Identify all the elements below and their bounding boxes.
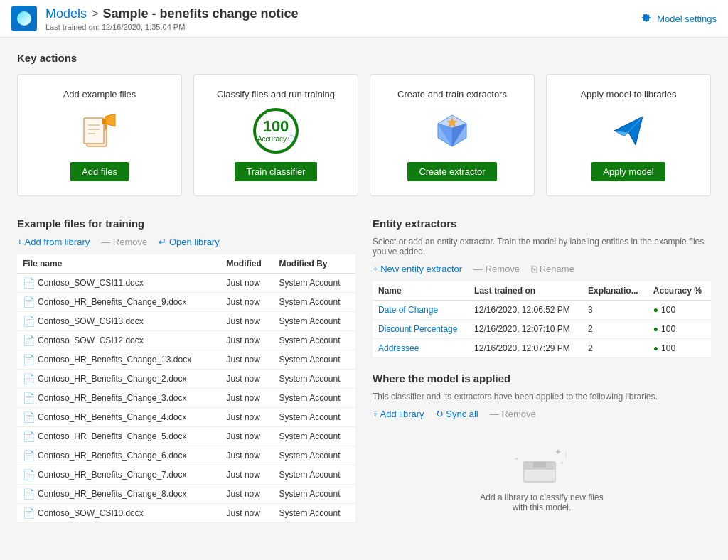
modified-by-cell: System Account xyxy=(273,427,355,446)
new-entity-extractor-button[interactable]: + New entity extractor xyxy=(373,264,462,274)
applied-remove-disabled: — Remove xyxy=(490,409,536,419)
modified-by-cell: System Account xyxy=(273,389,355,408)
entity-remove-disabled: — Remove xyxy=(473,264,520,274)
entity-name-cell[interactable]: Discount Percentage xyxy=(373,320,469,339)
train-classifier-button[interactable]: Train classifier xyxy=(235,162,316,181)
table-row[interactable]: 📄 Contoso_HR_Benefits_Change_4.docx Just… xyxy=(17,408,355,427)
create-extractor-button[interactable]: Create extractor xyxy=(407,162,496,181)
file-name-cell: 📄 Contoso_HR_Benefits_Change_8.docx xyxy=(17,485,221,504)
apply-model-button[interactable]: Apply model xyxy=(592,162,665,181)
modified-cell: Just now xyxy=(221,350,274,370)
table-row[interactable]: 📄 Contoso_HR_Benefits_Change_3.docx Just… xyxy=(17,389,355,408)
table-row[interactable]: 📄 Contoso_HR_Benefits_Change_6.docx Just… xyxy=(17,446,355,465)
key-actions-title: Key actions xyxy=(17,52,711,64)
modified-cell: Just now xyxy=(221,389,274,408)
docx-icon: 📄 xyxy=(23,392,35,404)
apply-model-card: Apply model to libraries Apply model xyxy=(546,74,711,196)
svg-rect-1 xyxy=(84,118,104,144)
file-name-cell: 📄 Contoso_HR_Benefits_Change_13.docx xyxy=(17,350,221,370)
entity-toolbar: + New entity extractor — Remove ⎘ Rename xyxy=(373,264,711,274)
file-name-header: File name xyxy=(17,254,221,274)
svg-rect-17 xyxy=(533,462,546,468)
svg-text:+: + xyxy=(560,460,564,466)
apply-model-card-title: Apply model to libraries xyxy=(580,89,676,99)
modified-cell: Just now xyxy=(221,446,274,465)
modified-by-header: Modified By xyxy=(273,254,355,274)
docx-icon: 📄 xyxy=(23,431,35,442)
modified-cell: Just now xyxy=(221,370,274,389)
modified-by-cell: System Account xyxy=(273,408,355,427)
applied-toolbar: + Add library ↻ Sync all — Remove xyxy=(373,409,711,419)
table-row[interactable]: 📄 Contoso_HR_Benefits_Change_2.docx Just… xyxy=(17,370,355,389)
file-name-cell: 📄 Contoso_SOW_CSI12.docx xyxy=(17,331,221,350)
main-content: Key actions Add example files xyxy=(0,38,728,541)
docx-icon: 📄 xyxy=(23,469,35,480)
empty-library-illustration: ✦ + ! + xyxy=(513,441,570,490)
entity-table-row[interactable]: Discount Percentage 12/16/2020, 12:07:10… xyxy=(373,320,711,339)
example-files-toolbar: + Add from library — Remove ↵ Open libra… xyxy=(17,237,355,247)
docx-icon: 📄 xyxy=(23,507,35,519)
file-name-cell: 📄 Contoso_HR_Benefits_Change_9.docx xyxy=(17,293,221,312)
modified-by-cell: System Account xyxy=(273,370,355,389)
file-name-cell: 📄 Contoso_HR_Benefits_Change_6.docx xyxy=(17,446,221,465)
modified-cell: Just now xyxy=(221,465,274,485)
extractor-icon-area xyxy=(431,108,473,154)
entity-accuracy-cell: ●100 xyxy=(648,339,711,358)
bottom-sections: Example files for training + Add from li… xyxy=(17,217,711,527)
where-applied-desc: This classifier and its extractors have … xyxy=(373,392,711,402)
entity-name-cell[interactable]: Addressee xyxy=(373,339,469,358)
docx-icon: 📄 xyxy=(23,335,35,346)
svg-rect-6 xyxy=(102,119,106,124)
add-files-card-title: Add example files xyxy=(63,89,136,99)
add-files-button[interactable]: Add files xyxy=(70,162,129,181)
model-settings-label: Model settings xyxy=(657,14,717,24)
table-row[interactable]: 📄 Contoso_SOW_CSI12.docx Just now System… xyxy=(17,331,355,350)
entity-table-row[interactable]: Addressee 12/16/2020, 12:07:29 PM 2 ●100 xyxy=(373,339,711,358)
accuracy-label: Accuracy ⓘ xyxy=(257,134,294,144)
entity-trained-cell: 12/16/2020, 12:07:29 PM xyxy=(469,339,582,358)
apply-icon-area xyxy=(609,108,648,154)
table-row[interactable]: 📄 Contoso_SOW_CSI11.docx Just now System… xyxy=(17,274,355,293)
svg-text:+: + xyxy=(515,456,518,462)
model-settings-button[interactable]: Model settings xyxy=(641,13,717,24)
accuracy-circle: 100 Accuracy ⓘ xyxy=(253,108,299,154)
table-row[interactable]: 📄 Contoso_HR_Benefits_Change_13.docx Jus… xyxy=(17,350,355,370)
breadcrumb-models-link[interactable]: Models xyxy=(46,6,87,21)
breadcrumb-separator: > xyxy=(91,6,99,21)
entity-table-row[interactable]: Date of Change 12/16/2020, 12:06:52 PM 3… xyxy=(373,301,711,320)
modified-cell: Just now xyxy=(221,504,274,523)
modified-by-cell: System Account xyxy=(273,465,355,485)
file-name-cell: 📄 Contoso_SOW_CSI10.docx xyxy=(17,504,221,523)
table-row[interactable]: 📄 Contoso_SOW_CSI10.docx Just now System… xyxy=(17,504,355,523)
docx-icon: 📄 xyxy=(23,316,35,327)
open-library-button[interactable]: ↵ Open library xyxy=(159,237,219,247)
entity-extractors-section: Entity extractors Select or add an entit… xyxy=(373,217,711,358)
sync-all-button[interactable]: ↻ Sync all xyxy=(436,409,478,419)
app-logo-icon xyxy=(11,6,37,31)
entity-trained-cell: 12/16/2020, 12:07:10 PM xyxy=(469,320,582,339)
modified-by-cell: System Account xyxy=(273,350,355,370)
file-name-cell: 📄 Contoso_HR_Benefits_Change_2.docx xyxy=(17,370,221,389)
entity-explanation-cell: 2 xyxy=(582,320,648,339)
extractor-illustration xyxy=(431,111,473,151)
docx-icon: 📄 xyxy=(23,450,35,461)
docx-icon: 📄 xyxy=(23,411,35,423)
table-row[interactable]: 📄 Contoso_HR_Benefits_Change_7.docx Just… xyxy=(17,465,355,485)
docx-icon: 📄 xyxy=(23,488,35,500)
add-from-library-button[interactable]: + Add from library xyxy=(17,237,90,247)
add-library-button[interactable]: + Add library xyxy=(373,409,424,419)
table-row[interactable]: 📄 Contoso_HR_Benefits_Change_5.docx Just… xyxy=(17,427,355,446)
key-actions-cards: Add example files Add fi xyxy=(17,74,711,196)
accuracy-info-icon[interactable]: ⓘ xyxy=(288,134,294,144)
file-name-cell: 📄 Contoso_HR_Benefits_Change_5.docx xyxy=(17,427,221,446)
modified-by-cell: System Account xyxy=(273,312,355,331)
table-row[interactable]: 📄 Contoso_HR_Benefits_Change_8.docx Just… xyxy=(17,485,355,504)
modified-by-cell: System Account xyxy=(273,446,355,465)
entity-extractors-desc: Select or add an entity extractor. Train… xyxy=(373,237,711,257)
table-row[interactable]: 📄 Contoso_HR_Benefits_Change_9.docx Just… xyxy=(17,293,355,312)
svg-text:!: ! xyxy=(564,450,567,461)
entity-name-cell[interactable]: Date of Change xyxy=(373,301,469,320)
table-row[interactable]: 📄 Contoso_SOW_CSI13.docx Just now System… xyxy=(17,312,355,331)
file-name-cell: 📄 Contoso_SOW_CSI13.docx xyxy=(17,312,221,331)
extractors-card-title: Create and train extractors xyxy=(397,89,507,99)
